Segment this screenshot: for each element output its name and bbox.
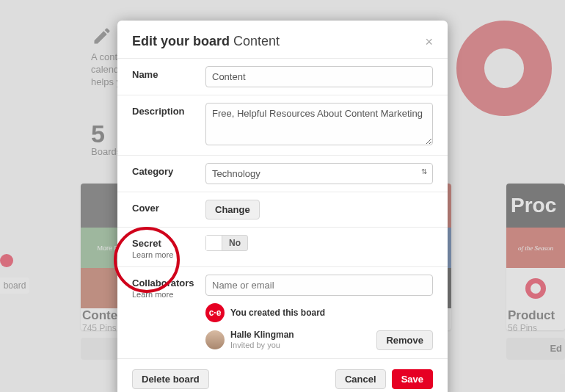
- label-category: Category: [132, 163, 205, 177]
- collaborator-input[interactable]: [205, 275, 433, 296]
- change-cover-button[interactable]: Change: [205, 200, 260, 219]
- collaborator-person: Halle Klingman Invited by you Remove: [205, 330, 433, 351]
- label-cover: Cover: [132, 200, 205, 214]
- remove-collaborator-button[interactable]: Remove: [376, 330, 433, 350]
- edit-board-modal: Edit your board Content × Name Descripti…: [117, 21, 448, 392]
- row-description: Description: [117, 95, 448, 155]
- close-icon[interactable]: ×: [425, 35, 433, 48]
- row-secret: Secret Learn more No: [117, 227, 448, 266]
- delete-board-button[interactable]: Delete board: [132, 369, 209, 389]
- category-select[interactable]: Technology: [205, 163, 433, 184]
- modal-title-bold: Edit your board: [132, 34, 230, 48]
- label-collaborators-sub[interactable]: Learn more: [132, 290, 205, 299]
- collaborator-sub: Invited by you: [230, 341, 371, 351]
- secret-toggle[interactable]: No: [205, 235, 248, 251]
- row-collaborators: Collaborators Learn more c·e You created…: [117, 266, 448, 358]
- modal-header: Edit your board Content ×: [117, 34, 448, 58]
- label-collaborators-text: Collaborators: [132, 277, 194, 288]
- label-secret-sub[interactable]: Learn more: [132, 250, 205, 259]
- label-name: Name: [132, 66, 205, 80]
- label-secret: Secret Learn more: [132, 235, 205, 259]
- avatar: [205, 330, 225, 349]
- toggle-knob: [206, 236, 222, 250]
- modal-title-rest: Content: [230, 34, 280, 48]
- label-description: Description: [132, 103, 205, 117]
- label-secret-text: Secret: [132, 238, 161, 249]
- collaborator-name: Halle Klingman: [230, 330, 294, 340]
- collaborator-you: c·e You created this board: [205, 303, 433, 322]
- row-name: Name: [117, 58, 448, 95]
- modal-footer: Delete board Cancel Save: [117, 358, 448, 389]
- row-category: Category Technology: [117, 155, 448, 192]
- save-button[interactable]: Save: [392, 369, 433, 389]
- collaborator-you-text: You created this board: [230, 308, 325, 318]
- cancel-button[interactable]: Cancel: [335, 369, 386, 389]
- description-input[interactable]: [205, 103, 433, 145]
- modal-title: Edit your board Content: [132, 34, 280, 49]
- row-cover: Cover Change: [117, 192, 448, 227]
- label-collaborators: Collaborators Learn more: [132, 275, 205, 299]
- name-input[interactable]: [205, 66, 433, 87]
- toggle-state: No: [222, 238, 247, 248]
- avatar: c·e: [205, 303, 225, 322]
